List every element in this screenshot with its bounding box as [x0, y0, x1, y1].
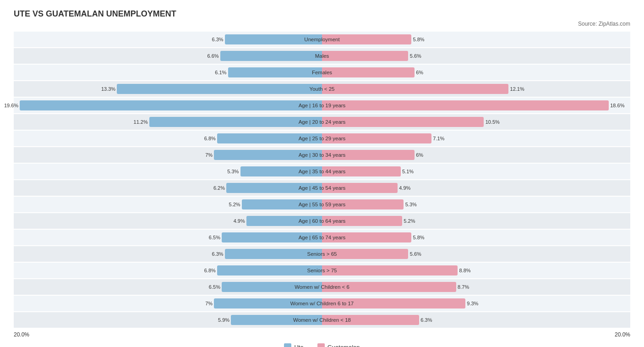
ute-value: 6.2% [213, 185, 225, 191]
ute-bar [228, 67, 322, 77]
bar-row: 6.8%8.8%Seniors > 75 [14, 263, 630, 278]
bar-row: 5.2%5.3%Age | 55 to 59 years [14, 197, 630, 212]
right-section: 12.1% [322, 81, 630, 97]
left-section: 4.9% [14, 213, 322, 229]
guatemalan-bar [322, 84, 508, 94]
ute-bar [242, 199, 322, 209]
ute-bar [225, 34, 322, 44]
right-section: 5.8% [322, 230, 630, 245]
right-section: 18.6% [322, 98, 630, 113]
guatemalan-value: 5.8% [413, 235, 425, 240]
guatemalan-value: 7.1% [433, 136, 444, 141]
legend-guatemalan-box [317, 343, 325, 347]
guatemalan-bar [322, 150, 415, 160]
left-section: 7% [14, 296, 322, 311]
guatemalan-bar [322, 117, 484, 127]
left-section: 6.5% [14, 279, 322, 295]
left-section: 11.2% [14, 114, 322, 130]
ute-bar [240, 166, 322, 176]
bar-row: 7%9.3%Women w/ Children 6 to 17 [14, 296, 630, 311]
ute-value: 6.5% [209, 284, 220, 290]
ute-value: 6.8% [204, 268, 216, 273]
bar-row: 13.3%12.1%Youth < 25 [14, 81, 630, 97]
ute-value: 11.2% [134, 119, 148, 125]
right-section: 6.3% [322, 312, 630, 328]
guatemalan-value: 18.6% [610, 103, 624, 108]
guatemalan-bar [322, 282, 456, 292]
bar-row: 11.2%10.5%Age | 20 to 24 years [14, 114, 630, 130]
ute-bar [225, 249, 322, 259]
right-section: 7.1% [322, 131, 630, 146]
legend-ute-label: Ute [294, 344, 303, 347]
right-section: 5.3% [322, 197, 630, 212]
right-section: 10.5% [322, 114, 630, 130]
guatemalan-value: 8.7% [458, 284, 469, 290]
ute-value: 19.6% [4, 103, 18, 108]
ute-value: 4.9% [234, 218, 245, 224]
ute-bar [220, 51, 322, 61]
ute-bar [222, 282, 322, 292]
guatemalan-value: 6% [416, 70, 423, 75]
axis-row: 20.0% 20.0% [14, 329, 630, 341]
left-section: 5.9% [14, 312, 322, 328]
guatemalan-value: 8.8% [459, 268, 470, 273]
left-section: 6.5% [14, 230, 322, 245]
rows-container: 6.3%5.8%Unemployment6.6%5.6%Males6.1%6%F… [14, 32, 630, 328]
ute-value: 5.2% [229, 202, 240, 207]
bar-row: 6.3%5.8%Unemployment [14, 32, 630, 47]
bar-row: 19.6%18.6%Age | 16 to 19 years [14, 98, 630, 113]
right-section: 8.7% [322, 279, 630, 295]
right-section: 8.8% [322, 263, 630, 278]
guatemalan-value: 9.3% [467, 301, 478, 306]
right-section: 6% [322, 147, 630, 163]
ute-bar [231, 315, 322, 325]
right-section: 4.9% [322, 180, 630, 196]
ute-bar [214, 298, 322, 308]
guatemalan-value: 5.1% [402, 169, 414, 174]
guatemalan-bar [322, 315, 419, 325]
left-section: 6.6% [14, 48, 322, 64]
guatemalan-value: 5.2% [404, 218, 415, 224]
guatemalan-bar [322, 133, 431, 143]
ute-value: 6.8% [204, 136, 216, 141]
axis-right: 20.0% [615, 331, 630, 338]
ute-value: 13.3% [101, 86, 115, 92]
left-section: 6.2% [14, 180, 322, 196]
ute-bar [222, 232, 322, 242]
bar-row: 4.9%5.2%Age | 60 to 64 years [14, 213, 630, 229]
guatemalan-bar [322, 34, 411, 44]
guatemalan-value: 5.8% [413, 37, 425, 42]
ute-bar [214, 150, 322, 160]
ute-bar [217, 133, 322, 143]
ute-value: 5.9% [218, 317, 229, 323]
chart-title: UTE VS GUATEMALAN UNEMPLOYMENT [14, 9, 630, 19]
right-section: 5.1% [322, 164, 630, 179]
legend-guatemalan-label: Guatemalan [327, 344, 360, 347]
guatemalan-bar [322, 183, 398, 193]
ute-value: 6.6% [207, 53, 218, 59]
bar-row: 6.5%8.7%Women w/ Children < 6 [14, 279, 630, 295]
bar-row: 5.9%6.3%Women w/ Children < 18 [14, 312, 630, 328]
bar-row: 6.3%5.6%Seniors > 65 [14, 246, 630, 262]
bar-row: 6.1%6%Females [14, 65, 630, 80]
guatemalan-bar [322, 67, 415, 77]
left-section: 19.6% [14, 98, 322, 113]
left-section: 6.3% [14, 32, 322, 47]
ute-value: 6.5% [209, 235, 220, 240]
guatemalan-bar [322, 51, 408, 61]
chart-wrapper: 6.3%5.8%Unemployment6.6%5.6%Males6.1%6%F… [14, 32, 630, 341]
guatemalan-bar [322, 199, 404, 209]
ute-value: 6.3% [212, 37, 224, 42]
guatemalan-bar [322, 166, 401, 176]
ute-bar [217, 265, 322, 275]
guatemalan-value: 10.5% [486, 119, 500, 125]
right-section: 5.2% [322, 213, 630, 229]
guatemalan-value: 4.9% [399, 185, 410, 191]
guatemalan-value: 5.6% [410, 53, 421, 59]
ute-value: 7% [205, 301, 213, 306]
legend: Ute Guatemalan [14, 343, 630, 347]
left-section: 5.2% [14, 197, 322, 212]
ute-value: 5.3% [227, 169, 239, 174]
guatemalan-value: 5.3% [405, 202, 417, 207]
right-section: 5.6% [322, 48, 630, 64]
